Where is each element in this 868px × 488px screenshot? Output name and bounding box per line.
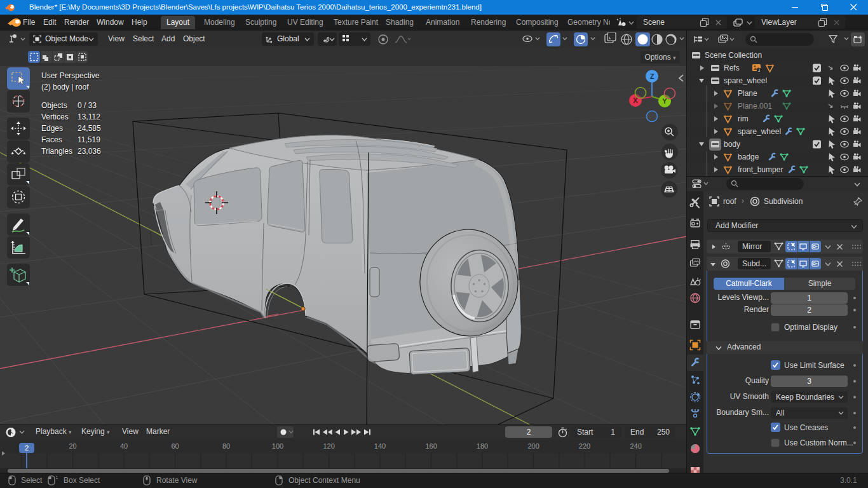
- svg-text:100: 100: [272, 442, 283, 450]
- svg-text:60: 60: [171, 442, 179, 450]
- svg-text:Scene Collection: Scene Collection: [705, 51, 762, 60]
- svg-text:140: 140: [374, 442, 386, 450]
- svg-text:20: 20: [69, 442, 76, 450]
- svg-text:160: 160: [425, 442, 437, 450]
- svg-text:spare_wheel: spare_wheel: [738, 127, 781, 136]
- svg-text:front_bumper: front_bumper: [738, 165, 783, 174]
- svg-text:Refs: Refs: [724, 64, 740, 72]
- svg-text:spare_wheel: spare_wheel: [724, 76, 767, 85]
- svg-text:180: 180: [477, 442, 488, 450]
- svg-text:Z: Z: [650, 72, 654, 80]
- svg-text:body: body: [724, 140, 740, 149]
- svg-text:220: 220: [579, 442, 590, 450]
- svg-text:40: 40: [120, 442, 128, 450]
- svg-text:badge: badge: [738, 152, 759, 161]
- svg-text:Plane: Plane: [738, 89, 757, 98]
- svg-text:rim: rim: [738, 114, 749, 123]
- svg-text:200: 200: [527, 442, 539, 450]
- svg-text:120: 120: [323, 442, 334, 450]
- svg-text:2: 2: [25, 444, 29, 452]
- svg-text:240: 240: [630, 442, 641, 450]
- svg-text:Plane.001: Plane.001: [738, 102, 772, 111]
- svg-text:80: 80: [222, 442, 230, 450]
